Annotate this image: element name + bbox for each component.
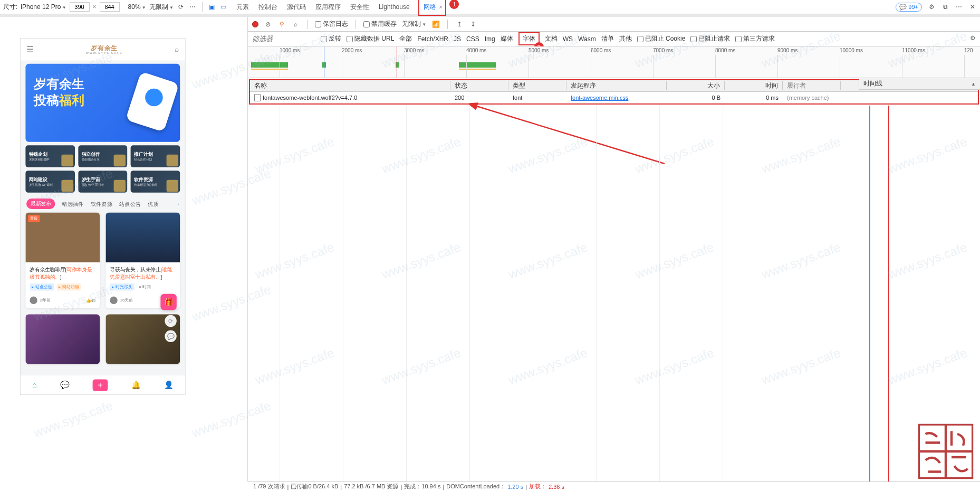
timeline-tick: 9000 ms bbox=[777, 48, 798, 53]
filter-type-fetch/xhr[interactable]: Fetch/XHR bbox=[417, 35, 448, 43]
tab-network-boxed[interactable]: 网络 × 1 bbox=[418, 0, 447, 16]
filter-type-文档[interactable]: 文档 bbox=[545, 34, 558, 43]
zoom-dropdown[interactable]: 80% bbox=[128, 3, 146, 11]
post-card[interactable]: 置顶 岁有余生咖啡厅[写作本身是极其孤独的。]▸ 站点公告▸ 网站功能 2年前👍… bbox=[25, 212, 100, 308]
search-net-icon[interactable]: ⌕ bbox=[291, 20, 300, 29]
hide-data-url-checkbox[interactable]: 隐藏数据 URL bbox=[347, 34, 394, 43]
timeline-tick: 5000 ms bbox=[529, 48, 549, 53]
preserve-log-checkbox[interactable]: 保留日志 bbox=[315, 20, 348, 29]
timeline-tick: 8000 ms bbox=[715, 48, 735, 53]
category-card[interactable]: 推广计划站长合作计划 bbox=[131, 145, 180, 167]
search-icon[interactable]: ⌕ bbox=[175, 45, 179, 54]
tab-lighthouse[interactable]: Lighthouse bbox=[378, 1, 411, 13]
col-initiator[interactable]: 发起程序 bbox=[566, 81, 667, 90]
filter-type-媒体[interactable]: 媒体 bbox=[501, 34, 513, 43]
col-name[interactable]: 名称 bbox=[250, 81, 450, 90]
nav-message-icon[interactable]: 💬 bbox=[60, 380, 70, 390]
device-toggle-icon[interactable]: ▭ bbox=[219, 3, 228, 11]
filter-type-字体[interactable]: 字体2 bbox=[518, 32, 540, 45]
inspect-icon[interactable]: ▣ bbox=[208, 3, 216, 11]
width-input[interactable] bbox=[70, 2, 90, 12]
status-bar: 1 /79 次请求| 已传输0 B/26.4 kB| 77.2 kB /6.7 … bbox=[248, 481, 980, 491]
col-status[interactable]: 状态 bbox=[450, 81, 508, 90]
disable-cache-checkbox[interactable]: 禁用缓存 bbox=[363, 20, 397, 29]
device-dropdown[interactable]: iPhone 12 Pro bbox=[21, 3, 66, 11]
invert-checkbox[interactable]: 反转 bbox=[321, 34, 341, 43]
col-time[interactable]: 时间 bbox=[725, 81, 783, 90]
record-icon[interactable] bbox=[252, 21, 258, 27]
gift-fab[interactable]: 🎁 bbox=[160, 294, 176, 310]
more-icon[interactable]: ⋯ bbox=[188, 3, 197, 11]
category-card[interactable]: 软件资源收集精品办公软件 bbox=[131, 171, 180, 193]
nav-user-icon[interactable]: 👤 bbox=[164, 380, 174, 390]
tab-elements[interactable]: 元素 bbox=[235, 1, 250, 14]
tab-security[interactable]: 安全性 bbox=[349, 1, 370, 14]
throttle-select[interactable]: 无限制 bbox=[402, 20, 426, 29]
height-input[interactable] bbox=[100, 2, 120, 12]
nav-home-icon[interactable]: ⌂ bbox=[32, 381, 37, 390]
wifi-icon[interactable]: 📶 bbox=[431, 20, 440, 29]
tab-console[interactable]: 控制台 bbox=[257, 1, 278, 14]
tab-application[interactable]: 应用程序 bbox=[314, 1, 342, 14]
tab-quality[interactable]: 优质 bbox=[148, 200, 159, 207]
close-devtools-icon[interactable]: ✕ bbox=[968, 3, 977, 11]
tab-network[interactable]: 网络 bbox=[422, 1, 437, 14]
filter-types-row: 反转 隐藏数据 URL 全部Fetch/XHRJSCSSImg媒体字体2文档WS… bbox=[248, 32, 980, 46]
tab-software[interactable]: 软件资源 bbox=[91, 200, 113, 207]
timeline-tick: 6000 ms bbox=[591, 48, 611, 53]
nav-add-icon[interactable]: ＋ bbox=[93, 379, 108, 391]
filter-type-ws[interactable]: WS bbox=[563, 35, 573, 43]
timeline-tick: 3000 ms bbox=[404, 48, 424, 53]
tab-plugins[interactable]: 精选插件 bbox=[62, 200, 84, 207]
issues-badge[interactable]: 💬 99+ bbox=[896, 3, 922, 12]
filter-type-css[interactable]: CSS bbox=[466, 35, 479, 43]
filter-type-其他[interactable]: 其他 bbox=[619, 34, 632, 43]
table-row[interactable]: fontawesome-webfont.woff2?v=4.7.0 200fon… bbox=[250, 92, 978, 103]
chevron-right-icon[interactable]: › bbox=[177, 201, 179, 207]
filter-type-全部[interactable]: 全部 bbox=[399, 34, 412, 43]
close-icon[interactable]: × bbox=[439, 4, 443, 10]
filter-icon[interactable]: ⚲ bbox=[277, 20, 286, 29]
category-card[interactable]: 独立创作原创作品分享 bbox=[78, 145, 127, 167]
category-card[interactable]: 特殊企划来信来稿征集中 bbox=[25, 145, 74, 167]
refresh-fab[interactable]: ⟳ bbox=[165, 315, 176, 327]
filter-type-wasm[interactable]: Wasm bbox=[578, 35, 596, 43]
post-grid: 置顶 岁有余生咖啡厅[写作本身是极其孤独的。]▸ 站点公告▸ 网站功能 2年前👍… bbox=[21, 212, 185, 364]
filter-type-js[interactable]: JS bbox=[454, 35, 461, 43]
category-card[interactable]: 网站建设岁生优选 WP 建站 bbox=[25, 171, 74, 193]
file-icon bbox=[254, 94, 261, 101]
chat-fab[interactable]: 💬 bbox=[165, 331, 176, 342]
timeline-overview[interactable]: 1000 ms2000 ms3000 ms4000 ms5000 ms6000 … bbox=[248, 46, 980, 78]
tab-sources[interactable]: 源代码 bbox=[286, 1, 307, 14]
col-fulfilled[interactable]: 履行者 bbox=[783, 81, 841, 90]
download-icon[interactable]: ↧ bbox=[469, 20, 477, 29]
filter-input[interactable] bbox=[252, 35, 315, 43]
hamburger-icon[interactable]: ☰ bbox=[26, 44, 34, 54]
category-card[interactable]: 岁生宇宙朋友·伙伴·同行者 bbox=[78, 171, 127, 193]
throttle-dropdown[interactable]: 无限制 bbox=[149, 3, 174, 12]
col-size[interactable]: 大小 bbox=[667, 81, 725, 90]
filter-type-清单[interactable]: 清单 bbox=[601, 34, 614, 43]
post-card[interactable] bbox=[25, 314, 100, 364]
gear-icon[interactable]: ⚙ bbox=[927, 3, 936, 11]
blocked-requests-checkbox[interactable]: 已阻止请求 bbox=[690, 34, 730, 43]
nav-bell-icon[interactable]: 🔔 bbox=[131, 380, 141, 390]
dock-icon[interactable]: ⧉ bbox=[941, 3, 949, 11]
tab-latest[interactable]: 最新发布 bbox=[26, 199, 55, 209]
filter-type-img[interactable]: Img bbox=[485, 35, 495, 43]
site-logo[interactable]: 岁有余生 ·WWW.SYYS.CAFE· bbox=[84, 45, 124, 54]
rotate-icon[interactable]: ⟳ bbox=[177, 3, 185, 11]
category-grid: 特殊企划来信来稿征集中独立创作原创作品分享推广计划站长合作计划网站建设岁生优选 … bbox=[21, 145, 185, 193]
col-waterfall[interactable]: 时间线 ▲ bbox=[859, 78, 980, 90]
blocked-cookies-checkbox[interactable]: 已阻止 Cookie bbox=[637, 34, 686, 43]
more-vert-icon[interactable]: ⋯ bbox=[955, 3, 963, 11]
clear-icon[interactable]: ⊘ bbox=[264, 20, 272, 29]
bottom-nav: ⌂ 💬 ＋ 🔔 👤 bbox=[21, 375, 185, 394]
upload-icon[interactable]: ↥ bbox=[455, 20, 464, 29]
third-party-checkbox[interactable]: 第三方请求 bbox=[735, 34, 775, 43]
devtools-tabs: 元素 控制台 源代码 应用程序 安全性 Lighthouse 网络 × 1 bbox=[235, 0, 447, 16]
initiator-link[interactable]: font-awesome.min.css bbox=[571, 95, 628, 101]
col-type[interactable]: 类型 bbox=[508, 81, 566, 90]
tab-announce[interactable]: 站点公告 bbox=[119, 200, 141, 207]
hero-banner[interactable]: 岁有余生 投稿福利 bbox=[25, 64, 180, 142]
